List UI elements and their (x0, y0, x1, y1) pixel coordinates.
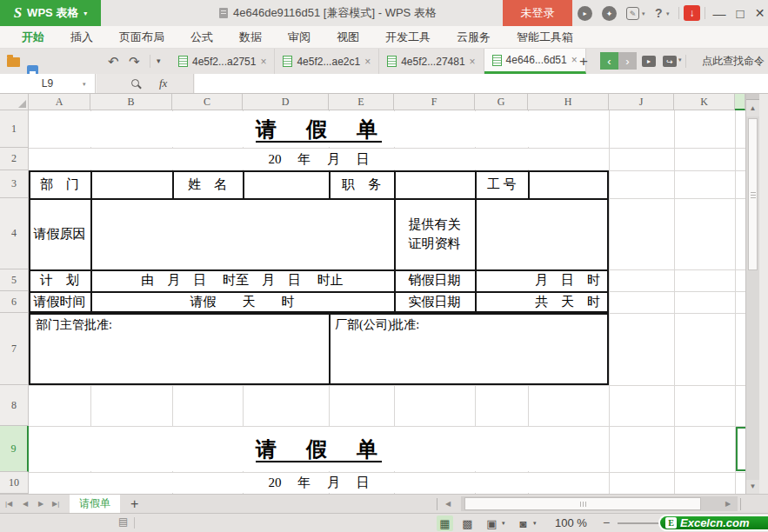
scroll-down-icon[interactable]: ▼ (746, 480, 759, 492)
menu-developer[interactable]: 开发工具 (372, 26, 444, 48)
scroll-up-icon[interactable]: ▲ (746, 102, 759, 114)
login-button[interactable]: 未登录 (503, 0, 572, 26)
menu-data[interactable]: 数据 (226, 26, 275, 48)
minimize-button[interactable]: — (710, 0, 729, 26)
formula-input[interactable] (195, 74, 768, 93)
column-header-e[interactable]: E (329, 94, 394, 110)
vertical-scrollbar[interactable]: ▲ ▼ (745, 94, 759, 494)
chevron-down-icon[interactable]: ▾ (533, 520, 537, 527)
row-header-3[interactable]: 3 (0, 170, 29, 198)
row-header-10[interactable]: 10 (0, 472, 29, 494)
zoom-level[interactable]: 100 % (555, 514, 587, 532)
row-header-7[interactable]: 7 (0, 313, 29, 385)
workspace-icon[interactable]: ↪ (663, 56, 677, 67)
split-handle[interactable] (746, 94, 759, 100)
skin-icon[interactable]: ✎ (626, 7, 639, 20)
menu-page-layout[interactable]: 页面布局 (106, 26, 177, 48)
status-settings-icon[interactable]: ▤ (118, 515, 128, 528)
column-header-h[interactable]: H (528, 94, 609, 110)
doc-tab-2[interactable]: 4e5f2...ae2c1 × (275, 49, 379, 74)
cell-title-row9[interactable]: 请 假 单 (30, 427, 608, 471)
download-icon[interactable]: ↓ (684, 5, 700, 21)
row-header-1[interactable]: 1 (0, 110, 29, 148)
last-sheet-icon[interactable]: ▶| (52, 495, 59, 513)
help-icon[interactable]: ? (655, 0, 663, 26)
row-header-5[interactable]: 5 (0, 269, 29, 291)
column-header-j[interactable]: J (609, 94, 674, 110)
close-button[interactable]: ✕ (751, 0, 768, 26)
menu-view[interactable]: 视图 (324, 26, 372, 48)
row-header-9-selected[interactable]: 9 (0, 426, 29, 472)
toolbar-caret-icon[interactable]: ▾ (157, 49, 161, 74)
chevron-down-icon[interactable]: ▾ (666, 10, 670, 17)
prev-sheet-icon[interactable]: ◀ (23, 495, 28, 513)
column-header-b[interactable]: B (90, 94, 172, 110)
row-header-4[interactable]: 4 (0, 198, 29, 269)
zoom-slider[interactable] (618, 522, 661, 524)
undo-icon[interactable]: ↶ (108, 49, 119, 74)
row-header-6[interactable]: 6 (0, 291, 29, 313)
screen-share-icon[interactable]: ▸ (642, 56, 656, 67)
row-header-8[interactable]: 8 (0, 385, 29, 426)
cell-date-row2[interactable]: 20 年 月 日 (30, 149, 608, 170)
page-break-view-icon[interactable]: ▩ (459, 515, 476, 531)
doc-tab-4-active[interactable]: 4e646...6d51 × (484, 49, 586, 74)
reading-view-icon[interactable]: ◙ (515, 515, 531, 531)
column-header-g[interactable]: G (475, 94, 528, 110)
column-header-k[interactable]: K (674, 94, 735, 110)
close-icon[interactable]: × (470, 56, 476, 68)
column-header-f[interactable]: F (394, 94, 475, 110)
column-header-a[interactable]: A (29, 94, 90, 110)
open-folder-icon[interactable] (7, 57, 20, 67)
menu-insert[interactable]: 插入 (57, 26, 106, 48)
formula-bar: L9 ▾ fx (0, 74, 768, 94)
normal-view-icon[interactable]: ▦ (437, 515, 453, 531)
menu-review[interactable]: 审阅 (275, 26, 324, 48)
row-header-2[interactable]: 2 (0, 148, 29, 170)
h-split-handle[interactable] (740, 498, 741, 510)
tab-scroll-right-button[interactable]: › (618, 52, 637, 70)
h-scroll-right-icon[interactable]: ▶ (725, 495, 731, 513)
h-scroll-left-icon[interactable]: ◀ (445, 495, 451, 513)
first-sheet-icon[interactable]: |◀ (5, 495, 12, 513)
page-layout-view-icon[interactable]: ▣ (484, 515, 500, 531)
settings-circle-icon[interactable]: ✦ (602, 6, 617, 21)
menu-formulas[interactable]: 公式 (177, 26, 226, 48)
redo-icon[interactable]: ↷ (129, 49, 140, 74)
doc-tab-1[interactable]: 4e5f2...a2751 × (170, 49, 275, 74)
new-tab-button[interactable]: + (579, 49, 588, 74)
chevron-down-icon[interactable]: ▾ (642, 10, 645, 17)
select-all-corner[interactable] (0, 94, 29, 110)
cell-title-row1[interactable]: 请 假 单 (30, 111, 608, 147)
approval-table[interactable]: 部门主管批准: 厂部(公司)批准: (29, 313, 609, 385)
h-scroll-thumb[interactable] (464, 497, 701, 510)
close-icon[interactable]: × (260, 56, 266, 68)
command-search[interactable]: 点此查找命令 (702, 49, 765, 74)
name-box[interactable]: L9 (0, 74, 96, 93)
doc-tab-3[interactable]: 4e5f2...27481 × (379, 49, 484, 74)
insert-function-button[interactable]: fx (159, 74, 167, 93)
column-header-d[interactable]: D (243, 94, 329, 110)
chevron-down-icon[interactable]: ▾ (502, 520, 505, 527)
scroll-thumb[interactable] (748, 118, 758, 270)
zoom-out-button[interactable]: − (603, 514, 610, 532)
add-sheet-button[interactable]: + (130, 495, 138, 513)
column-header-c[interactable]: C (172, 94, 243, 110)
menu-cloud[interactable]: 云服务 (444, 26, 504, 48)
column-header-l-partial[interactable] (735, 94, 745, 110)
cell-date-row10[interactable]: 20 年 月 日 (30, 473, 608, 493)
play-circle-icon[interactable]: ▸ (578, 6, 592, 21)
menu-home[interactable]: 开始 (9, 26, 57, 48)
h-split-handle[interactable] (437, 498, 437, 510)
next-sheet-icon[interactable]: ▶ (38, 495, 43, 513)
zoom-selection-icon[interactable] (131, 79, 139, 87)
chevron-down-icon[interactable]: ▾ (83, 81, 86, 88)
close-icon[interactable]: × (364, 56, 371, 68)
menu-smart-toolbox[interactable]: 智能工具箱 (504, 26, 586, 48)
sheet-tab-active[interactable]: 请假单 (70, 495, 120, 513)
tab-scroll-left-button[interactable]: ‹ (600, 52, 618, 70)
app-menu-button[interactable]: S WPS 表格 ▾ (0, 0, 101, 26)
chevron-down-icon[interactable]: ▾ (678, 57, 682, 63)
close-icon[interactable]: × (571, 54, 578, 66)
maximize-button[interactable]: □ (731, 0, 750, 26)
